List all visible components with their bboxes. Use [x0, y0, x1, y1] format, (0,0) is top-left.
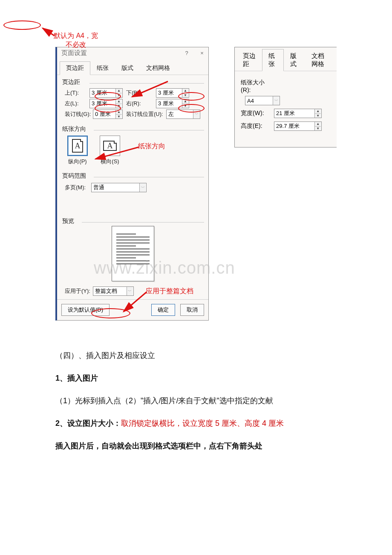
bottom-label: 下(B): — [126, 89, 156, 97]
gutter-pos-dropdown[interactable]: ﹀ — [166, 110, 200, 119]
para-heading-4: （四）、插入图片及相应设立 — [55, 346, 328, 365]
portrait-icon — [67, 136, 88, 156]
landscape-label: 横向(S) — [101, 158, 119, 165]
spin-down-icon[interactable]: ▼ — [182, 93, 188, 98]
tab-layout[interactable]: 版式 — [284, 49, 305, 71]
page-range-label: 页码范围 — [57, 169, 208, 181]
dialog-tabs: 页边距 纸张 版式 文档网格 — [57, 61, 208, 75]
top-input[interactable] — [90, 90, 115, 96]
bottom-input[interactable] — [156, 90, 182, 96]
tab-grid[interactable]: 文档网格 — [305, 49, 335, 71]
paper-size-dropdown[interactable]: ﹀ — [245, 96, 280, 105]
paper-width-input[interactable] — [274, 110, 314, 117]
gutter-field[interactable]: ▲▼ — [93, 110, 123, 119]
preview-label: 预览 — [57, 214, 208, 226]
right-input[interactable] — [156, 101, 182, 107]
spin-down-icon[interactable]: ▼ — [315, 127, 321, 131]
gutter-pos-input[interactable] — [167, 111, 193, 118]
chevron-down-icon[interactable]: ﹀ — [139, 183, 146, 192]
page-preview — [112, 226, 154, 281]
dialog-title: 页面设置 — [61, 49, 87, 57]
spin-down-icon[interactable]: ▼ — [116, 104, 122, 108]
left-label: 左(L): — [65, 100, 89, 107]
top-field[interactable]: ▲▼ — [89, 88, 123, 98]
apply-to-label: 应用于(Y): — [65, 287, 90, 295]
dialog-titlebar: 页面设置 ? × — [57, 47, 208, 61]
help-icon[interactable]: ? — [184, 50, 190, 56]
spin-up-icon[interactable]: ▲ — [182, 99, 188, 104]
top-label: 上(T): — [65, 89, 89, 97]
apply-to-dropdown[interactable]: ﹀ — [93, 286, 134, 296]
divider — [94, 177, 204, 177]
annotation-default-a4-line1: 默认为 A4，宽 — [54, 32, 98, 39]
bottom-field[interactable]: ▲▼ — [156, 88, 189, 98]
spin-up-icon[interactable]: ▲ — [315, 122, 321, 127]
page-setup-dialog: 页面设置 ? × 页边距 纸张 版式 文档网格 页边距 上(T): ▲▼ 下(B… — [55, 47, 209, 321]
paper-width-label: 宽度(W): — [241, 110, 271, 117]
apply-to-input[interactable] — [93, 288, 127, 295]
orientation-group-label: 纸张方向 — [57, 122, 208, 134]
paper-height-field[interactable]: ▲▼ — [274, 121, 322, 131]
right-field[interactable]: ▲▼ — [156, 99, 189, 108]
divider — [82, 222, 204, 223]
left-input[interactable] — [90, 101, 115, 107]
landscape-icon — [100, 136, 120, 156]
spin-up-icon[interactable]: ▲ — [182, 89, 188, 93]
para-2-red: 取消锁定纵横比，设立宽度 5 厘米、高度 4 厘米 — [121, 419, 284, 428]
chevron-down-icon[interactable]: ﹀ — [193, 110, 199, 119]
spin-down-icon[interactable]: ▼ — [116, 93, 122, 98]
spin-up-icon[interactable]: ▲ — [116, 110, 122, 115]
pages-dropdown[interactable]: ﹀ — [91, 183, 147, 192]
panel2-tabs: 页边距 纸张 版式 文档网格 — [235, 47, 337, 71]
spin-down-icon[interactable]: ▼ — [116, 115, 122, 119]
chevron-down-icon[interactable]: ﹀ — [127, 287, 133, 295]
set-default-button[interactable]: 设为默认值(D) — [61, 304, 110, 316]
paper-height-label: 高度(E): — [241, 122, 271, 130]
document-body-text: （四）、插入图片及相应设立 1、插入图片 （1）光标到插入点（2）"插入/图片/… — [55, 346, 328, 456]
spin-down-icon[interactable]: ▼ — [315, 114, 321, 118]
spin-up-icon[interactable]: ▲ — [116, 89, 122, 93]
orientation-portrait[interactable]: 纵向(P) — [67, 136, 88, 165]
paper-tab-panel: 页边距 纸张 版式 文档网格 纸张大小(R): ﹀ 宽度(W): ▲▼ — [234, 47, 337, 147]
gutter-input[interactable] — [93, 111, 115, 118]
orientation-landscape[interactable]: 横向(S) — [100, 136, 120, 165]
para-after-insert: 插入图片后，自动就会出现到格式选项栏中，点右下角箭头处 — [55, 436, 328, 456]
spin-up-icon[interactable]: ▲ — [315, 109, 321, 114]
tab-margins[interactable]: 页边距 — [236, 49, 262, 71]
tab-paper[interactable]: 纸张 — [90, 61, 115, 75]
chevron-down-icon[interactable]: ﹀ — [273, 96, 279, 105]
cancel-button[interactable]: 取消 — [180, 304, 204, 316]
margins-group-label: 页边距 — [57, 75, 208, 87]
paper-size-input[interactable] — [245, 98, 273, 104]
tab-paper[interactable]: 纸张 — [262, 49, 283, 71]
tab-grid[interactable]: 文档网格 — [140, 61, 176, 75]
ok-button[interactable]: 确定 — [151, 304, 175, 316]
gutter-label: 装订线(G): — [65, 110, 93, 118]
close-icon[interactable]: × — [199, 50, 205, 56]
spin-up-icon[interactable]: ▲ — [116, 99, 122, 104]
svg-line-3 — [43, 28, 55, 36]
para-2-heading: 2、设立图片大小： — [55, 419, 121, 428]
portrait-label: 纵向(P) — [68, 158, 86, 165]
paper-width-field[interactable]: ▲▼ — [274, 109, 322, 118]
annotation-circle — [3, 20, 41, 30]
pages-input[interactable] — [92, 185, 139, 191]
pages-label: 多页(M): — [65, 184, 91, 191]
tab-margins[interactable]: 页边距 — [60, 61, 90, 75]
gutter-pos-label: 装订线位置(U): — [126, 110, 166, 118]
paper-height-input[interactable] — [274, 123, 314, 130]
para-1-heading: 1、插入图片 — [55, 369, 328, 388]
spin-down-icon[interactable]: ▼ — [182, 104, 188, 108]
right-label: 右(R): — [126, 100, 156, 107]
left-field[interactable]: ▲▼ — [89, 99, 123, 108]
divider — [94, 130, 204, 130]
paper-size-label: 纸张大小(R): — [241, 79, 271, 93]
divider — [89, 83, 204, 84]
tab-layout[interactable]: 版式 — [115, 61, 140, 75]
para-1-body: （1）光标到插入点（2）"插入/图片/来自于文献"选中指定的文献 — [55, 391, 328, 410]
